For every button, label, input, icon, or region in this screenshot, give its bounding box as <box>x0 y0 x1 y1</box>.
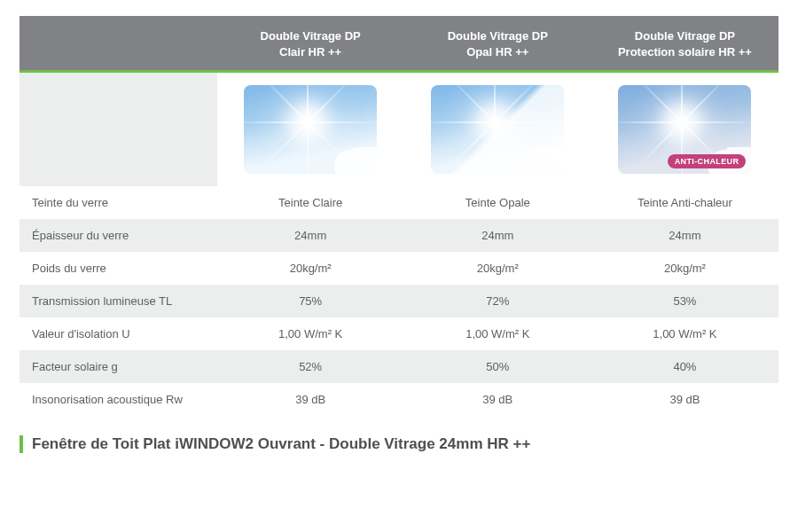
header-col-protection: Double Vitrage DP Protection solaire HR … <box>591 16 778 70</box>
table-header-row: Double Vitrage DP Clair HR ++ Double Vit… <box>20 16 778 70</box>
cell: 40% <box>591 350 778 383</box>
row-label: Teinte du verre <box>20 186 217 219</box>
table-row: Poids du verre 20kg/m² 20kg/m² 20kg/m² <box>20 252 778 285</box>
cell: 39 dB <box>591 383 778 416</box>
table-row: Facteur solaire g 52% 50% 40% <box>20 350 778 383</box>
cell: 75% <box>217 285 404 317</box>
sky-thumbnail-protection: ANTI-CHALEUR <box>618 85 751 174</box>
cell: 24mm <box>404 219 591 252</box>
page-title: Fenêtre de Toit Plat iWINDOW2 Ouvrant - … <box>20 435 778 453</box>
row-label: Insonorisation acoustique Rw <box>20 383 217 416</box>
cell: 72% <box>404 285 591 317</box>
row-label: Poids du verre <box>20 252 217 285</box>
row-label: Facteur solaire g <box>20 350 217 383</box>
header-col-opal: Double Vitrage DP Opal HR ++ <box>404 16 591 70</box>
table-row: Valeur d'isolation U 1,00 W/m² K 1,00 W/… <box>20 317 778 350</box>
image-row-label <box>20 73 217 186</box>
sky-thumbnail-opal <box>431 85 564 174</box>
header-col-clair: Double Vitrage DP Clair HR ++ <box>217 16 404 70</box>
cell: 52% <box>217 350 404 383</box>
preview-clair <box>217 73 404 186</box>
table-row: Transmission lumineuse TL 75% 72% 53% <box>20 285 778 317</box>
sky-thumbnail-clair <box>244 85 377 174</box>
header-empty <box>20 16 217 70</box>
image-row: ANTI-CHALEUR <box>20 73 778 186</box>
row-label: Transmission lumineuse TL <box>20 285 217 317</box>
glazing-comparison-table: Double Vitrage DP Clair HR ++ Double Vit… <box>20 16 778 416</box>
preview-protection: ANTI-CHALEUR <box>591 73 778 186</box>
cell: 39 dB <box>217 383 404 416</box>
cell: Teinte Claire <box>217 186 404 219</box>
cell: 1,00 W/m² K <box>404 317 591 350</box>
row-label: Valeur d'isolation U <box>20 317 217 350</box>
cell: 50% <box>404 350 591 383</box>
cell: 20kg/m² <box>217 252 404 285</box>
cell: 53% <box>591 285 778 317</box>
cell: 20kg/m² <box>591 252 778 285</box>
cell: Teinte Opale <box>404 186 591 219</box>
table-row: Épaisseur du verre 24mm 24mm 24mm <box>20 219 778 252</box>
row-label: Épaisseur du verre <box>20 219 217 252</box>
cell: 39 dB <box>404 383 591 416</box>
anti-chaleur-badge: ANTI-CHALEUR <box>668 154 747 168</box>
cell: 1,00 W/m² K <box>591 317 778 350</box>
cell: Teinte Anti-chaleur <box>591 186 778 219</box>
cell: 24mm <box>591 219 778 252</box>
table-row: Insonorisation acoustique Rw 39 dB 39 dB… <box>20 383 778 416</box>
cell: 1,00 W/m² K <box>217 317 404 350</box>
preview-opal <box>404 73 591 186</box>
table-row: Teinte du verre Teinte Claire Teinte Opa… <box>20 186 778 219</box>
cell: 20kg/m² <box>404 252 591 285</box>
cell: 24mm <box>217 219 404 252</box>
